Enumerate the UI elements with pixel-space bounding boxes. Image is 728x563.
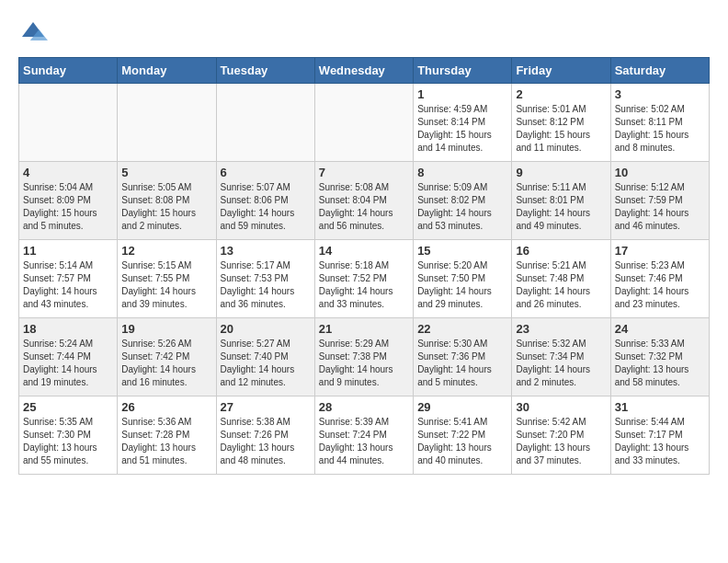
header-cell: Sunday: [19, 58, 118, 84]
day-info: Sunrise: 5:29 AM Sunset: 7:38 PM Dayligh…: [319, 338, 409, 389]
day-info: Sunrise: 5:38 AM Sunset: 7:26 PM Dayligh…: [221, 416, 311, 467]
day-info: Sunrise: 5:18 AM Sunset: 7:52 PM Dayligh…: [319, 259, 409, 311]
calendar-cell: 10Sunrise: 5:12 AM Sunset: 7:59 PM Dayli…: [610, 162, 709, 240]
day-number: 5: [121, 166, 211, 179]
calendar-cell: 13Sunrise: 5:17 AM Sunset: 7:53 PM Dayli…: [216, 240, 314, 318]
day-number: 14: [319, 244, 409, 258]
calendar-cell: 2Sunrise: 5:01 AM Sunset: 8:12 PM Daylig…: [512, 84, 610, 162]
calendar-cell: 16Sunrise: 5:21 AM Sunset: 7:48 PM Dayli…: [512, 240, 610, 318]
day-info: Sunrise: 5:14 AM Sunset: 7:57 PM Dayligh…: [23, 259, 113, 311]
day-number: 4: [23, 166, 113, 179]
calendar-cell: 9Sunrise: 5:11 AM Sunset: 8:01 PM Daylig…: [512, 162, 610, 240]
day-info: Sunrise: 5:32 AM Sunset: 7:34 PM Dayligh…: [516, 338, 606, 389]
day-info: Sunrise: 5:27 AM Sunset: 7:40 PM Dayligh…: [221, 338, 311, 389]
page-header: [18, 18, 710, 48]
calendar-cell: 27Sunrise: 5:38 AM Sunset: 7:26 PM Dayli…: [216, 396, 314, 475]
day-info: Sunrise: 5:44 AM Sunset: 7:17 PM Dayligh…: [615, 416, 705, 467]
calendar-row: 4Sunrise: 5:04 AM Sunset: 8:09 PM Daylig…: [19, 162, 710, 240]
day-info: Sunrise: 4:59 AM Sunset: 8:14 PM Dayligh…: [417, 103, 507, 155]
header-cell: Tuesday: [216, 58, 314, 84]
calendar-cell: 12Sunrise: 5:15 AM Sunset: 7:55 PM Dayli…: [118, 240, 216, 318]
calendar-cell: 31Sunrise: 5:44 AM Sunset: 7:17 PM Dayli…: [610, 396, 709, 475]
day-info: Sunrise: 5:07 AM Sunset: 8:06 PM Dayligh…: [221, 181, 311, 233]
day-number: 11: [23, 244, 113, 258]
day-number: 8: [417, 166, 507, 179]
calendar-cell: 28Sunrise: 5:39 AM Sunset: 7:24 PM Dayli…: [314, 396, 413, 475]
day-info: Sunrise: 5:39 AM Sunset: 7:24 PM Dayligh…: [319, 416, 409, 467]
calendar-cell: 25Sunrise: 5:35 AM Sunset: 7:30 PM Dayli…: [19, 396, 118, 475]
day-info: Sunrise: 5:24 AM Sunset: 7:44 PM Dayligh…: [23, 338, 113, 389]
calendar-cell: 26Sunrise: 5:36 AM Sunset: 7:28 PM Dayli…: [118, 396, 216, 475]
calendar-cell: 15Sunrise: 5:20 AM Sunset: 7:50 PM Dayli…: [414, 240, 512, 318]
day-info: Sunrise: 5:17 AM Sunset: 7:53 PM Dayligh…: [221, 259, 311, 311]
day-number: 28: [319, 400, 409, 414]
day-number: 21: [319, 322, 409, 336]
calendar-cell: [118, 84, 216, 162]
day-number: 3: [615, 87, 705, 101]
day-number: 15: [417, 244, 507, 258]
calendar-body: 1Sunrise: 4:59 AM Sunset: 8:14 PM Daylig…: [19, 84, 710, 475]
day-number: 25: [23, 400, 113, 414]
calendar-cell: 11Sunrise: 5:14 AM Sunset: 7:57 PM Dayli…: [19, 240, 118, 318]
day-info: Sunrise: 5:36 AM Sunset: 7:28 PM Dayligh…: [121, 416, 211, 467]
day-info: Sunrise: 5:23 AM Sunset: 7:46 PM Dayligh…: [615, 259, 705, 311]
calendar-cell: 3Sunrise: 5:02 AM Sunset: 8:11 PM Daylig…: [610, 84, 709, 162]
calendar-cell: 14Sunrise: 5:18 AM Sunset: 7:52 PM Dayli…: [314, 240, 413, 318]
day-info: Sunrise: 5:26 AM Sunset: 7:42 PM Dayligh…: [121, 338, 211, 389]
calendar-cell: 22Sunrise: 5:30 AM Sunset: 7:36 PM Dayli…: [414, 318, 512, 396]
day-number: 16: [516, 244, 606, 258]
day-number: 1: [417, 87, 507, 101]
day-number: 22: [417, 322, 507, 336]
day-info: Sunrise: 5:01 AM Sunset: 8:12 PM Dayligh…: [516, 103, 606, 155]
calendar-cell: 5Sunrise: 5:05 AM Sunset: 8:08 PM Daylig…: [118, 162, 216, 240]
calendar-cell: 7Sunrise: 5:08 AM Sunset: 8:04 PM Daylig…: [314, 162, 413, 240]
calendar-cell: 4Sunrise: 5:04 AM Sunset: 8:09 PM Daylig…: [19, 162, 118, 240]
calendar-cell: 30Sunrise: 5:42 AM Sunset: 7:20 PM Dayli…: [512, 396, 610, 475]
calendar-cell: [19, 84, 118, 162]
calendar-cell: 8Sunrise: 5:09 AM Sunset: 8:02 PM Daylig…: [414, 162, 512, 240]
calendar-cell: 20Sunrise: 5:27 AM Sunset: 7:40 PM Dayli…: [216, 318, 314, 396]
day-number: 7: [319, 166, 409, 179]
day-info: Sunrise: 5:15 AM Sunset: 7:55 PM Dayligh…: [121, 259, 211, 311]
day-info: Sunrise: 5:04 AM Sunset: 8:09 PM Dayligh…: [23, 181, 113, 233]
day-info: Sunrise: 5:35 AM Sunset: 7:30 PM Dayligh…: [23, 416, 113, 467]
day-number: 31: [615, 400, 705, 414]
day-number: 9: [516, 166, 606, 179]
calendar-table: SundayMondayTuesdayWednesdayThursdayFrid…: [18, 57, 710, 475]
day-info: Sunrise: 5:30 AM Sunset: 7:36 PM Dayligh…: [417, 338, 507, 389]
day-number: 26: [121, 400, 211, 414]
calendar-cell: [216, 84, 314, 162]
calendar-header: SundayMondayTuesdayWednesdayThursdayFrid…: [19, 58, 710, 84]
day-info: Sunrise: 5:02 AM Sunset: 8:11 PM Dayligh…: [615, 103, 705, 155]
header-cell: Friday: [512, 58, 610, 84]
day-info: Sunrise: 5:09 AM Sunset: 8:02 PM Dayligh…: [417, 181, 507, 233]
day-info: Sunrise: 5:21 AM Sunset: 7:48 PM Dayligh…: [516, 259, 606, 311]
day-number: 12: [121, 244, 211, 258]
day-info: Sunrise: 5:08 AM Sunset: 8:04 PM Dayligh…: [319, 181, 409, 233]
calendar-cell: 6Sunrise: 5:07 AM Sunset: 8:06 PM Daylig…: [216, 162, 314, 240]
header-cell: Wednesday: [314, 58, 413, 84]
logo-icon: [18, 18, 48, 48]
day-number: 13: [221, 244, 311, 258]
day-info: Sunrise: 5:41 AM Sunset: 7:22 PM Dayligh…: [417, 416, 507, 467]
calendar-cell: 1Sunrise: 4:59 AM Sunset: 8:14 PM Daylig…: [414, 84, 512, 162]
calendar-row: 18Sunrise: 5:24 AM Sunset: 7:44 PM Dayli…: [19, 318, 710, 396]
day-info: Sunrise: 5:42 AM Sunset: 7:20 PM Dayligh…: [516, 416, 606, 467]
day-number: 23: [516, 322, 606, 336]
header-cell: Saturday: [610, 58, 709, 84]
calendar-cell: 17Sunrise: 5:23 AM Sunset: 7:46 PM Dayli…: [610, 240, 709, 318]
logo: [18, 18, 51, 48]
calendar-row: 1Sunrise: 4:59 AM Sunset: 8:14 PM Daylig…: [19, 84, 710, 162]
day-info: Sunrise: 5:05 AM Sunset: 8:08 PM Dayligh…: [121, 181, 211, 233]
day-info: Sunrise: 5:20 AM Sunset: 7:50 PM Dayligh…: [417, 259, 507, 311]
calendar-cell: 21Sunrise: 5:29 AM Sunset: 7:38 PM Dayli…: [314, 318, 413, 396]
calendar-cell: 23Sunrise: 5:32 AM Sunset: 7:34 PM Dayli…: [512, 318, 610, 396]
calendar-row: 11Sunrise: 5:14 AM Sunset: 7:57 PM Dayli…: [19, 240, 710, 318]
day-number: 24: [615, 322, 705, 336]
day-info: Sunrise: 5:33 AM Sunset: 7:32 PM Dayligh…: [615, 338, 705, 389]
day-number: 20: [221, 322, 311, 336]
day-number: 2: [516, 87, 606, 101]
day-number: 30: [516, 400, 606, 414]
calendar-cell: 29Sunrise: 5:41 AM Sunset: 7:22 PM Dayli…: [414, 396, 512, 475]
header-cell: Thursday: [414, 58, 512, 84]
